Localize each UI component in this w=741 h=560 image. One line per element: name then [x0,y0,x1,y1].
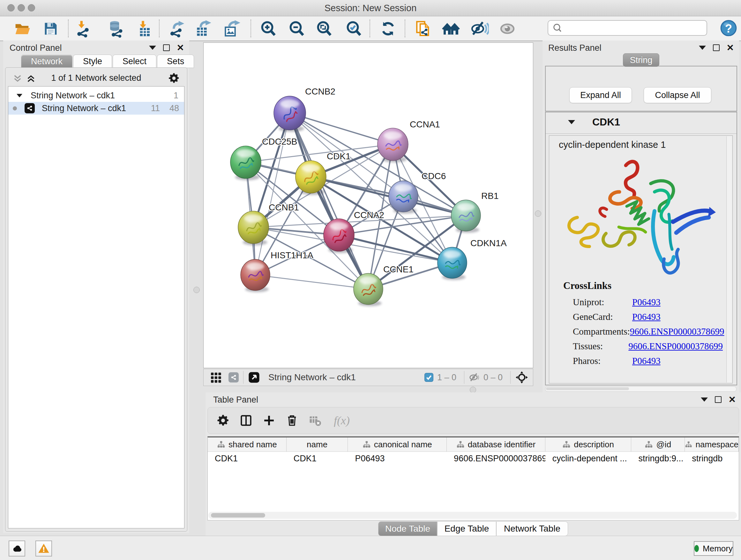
delete-table-button[interactable] [304,414,327,428]
gene-details-scrollbar[interactable] [726,136,732,382]
tab-sets[interactable]: Sets [157,55,194,68]
network-collection-row[interactable]: String Network – cdk1 1 [8,89,184,102]
graph-node-CCNE1[interactable] [354,273,383,306]
results-panel-menu-icon[interactable] [699,46,706,50]
column-header-database-identifier[interactable]: database identifier [447,437,545,451]
graph-node-CDKN1A[interactable] [437,247,467,280]
graph-node-CCNA1[interactable] [378,128,408,163]
gear-icon [216,414,230,427]
import-network-database-button[interactable] [107,19,126,39]
zoom-in-button[interactable] [259,19,278,39]
table-cell[interactable]: CDK1 [208,452,286,465]
network-canvas[interactable]: CCNB2CCNA1CDC25BCDK1CDC6RB1CCNB1CCNA2CDK… [203,43,533,368]
results-panel-close-icon[interactable]: ✕ [727,45,734,51]
tab-network-table[interactable]: Network Table [496,521,568,536]
graph-node-RB1[interactable] [451,200,481,233]
birds-eye-view-icon[interactable] [248,371,260,383]
scrollbar-thumb[interactable] [546,387,629,390]
search-field[interactable] [548,20,707,36]
create-column-button[interactable] [258,414,280,427]
grid-view-icon[interactable] [209,371,222,384]
table-row[interactable]: CDK1CDK1P064939606.ENSP00000378699cyclin… [208,452,739,465]
function-builder-button[interactable]: f(x) [327,414,357,427]
scrollbar-thumb[interactable] [211,513,265,517]
eye-button[interactable] [497,19,517,39]
right-splitter-handle[interactable] [535,210,541,217]
tab-string[interactable]: String [623,53,659,67]
table-cell[interactable]: P06493 [348,452,447,465]
selected-nodes-icon[interactable] [424,372,434,382]
import-table-button[interactable] [133,19,153,39]
table-cell[interactable]: cyclin-dependent ... [545,452,631,465]
column-header-description[interactable]: description [545,437,631,451]
table-cell[interactable]: CDK1 [286,452,348,465]
help-button[interactable]: ? [719,18,738,38]
crosslink-link[interactable]: P06493 [632,312,661,322]
left-splitter-handle[interactable] [193,287,200,293]
bottom-splitter-handle[interactable] [470,387,476,393]
open-session-button[interactable] [12,19,32,39]
column-header-shared-name[interactable]: shared name [208,437,286,451]
move-crosshair-icon[interactable] [515,371,529,384]
export-image-button[interactable] [221,19,241,39]
gear-icon[interactable] [168,72,180,84]
results-panel-float-icon[interactable] [713,44,720,51]
memory-button[interactable]: Memory [694,541,733,556]
string-home-button[interactable] [441,19,461,39]
gene-section-header[interactable]: CDK1 [546,112,737,134]
search-input[interactable] [563,23,698,33]
zoom-out-button[interactable] [287,19,307,39]
crosslink-link[interactable]: P06493 [632,297,661,307]
tab-style[interactable]: Style [73,55,112,68]
crosslink-link[interactable]: P06493 [632,356,661,366]
tab-edge-table[interactable]: Edge Table [437,521,496,536]
refresh-button[interactable] [378,19,398,39]
control-panel-float-icon[interactable] [163,44,170,51]
table-panel-close-icon[interactable]: ✕ [729,396,736,403]
table-settings-button[interactable] [212,414,234,427]
string-import-button[interactable] [413,19,433,39]
import-network-file-button[interactable] [73,19,93,39]
tab-network[interactable]: Network [21,55,72,68]
network-share-icon[interactable] [228,372,239,382]
warning-status-button[interactable] [36,541,52,557]
column-header-name[interactable]: name [286,437,348,451]
collapse-all-button[interactable]: Collapse All [644,87,711,103]
tree-expand-icon[interactable] [17,94,22,98]
edge-count: 48 [170,104,179,113]
table-cell[interactable]: stringdb:9... [631,452,685,465]
crosslink-link[interactable]: 9606.ENSP00000378699 [630,326,724,337]
graph-node-CCNB1[interactable] [238,211,269,246]
network-graph[interactable]: CCNB2CCNA1CDC25BCDK1CDC6RB1CCNB1CCNA2CDK… [204,43,533,368]
graph-node-HIST1H1A[interactable] [241,259,270,292]
hidden-items-icon[interactable] [469,372,480,383]
graph-edge-HIST1H1A-CCNE1 [255,275,368,289]
show-columns-button[interactable] [234,414,258,428]
graph-node-CDC25B[interactable] [230,146,261,180]
delete-column-button[interactable] [280,414,304,427]
cloud-status-button[interactable] [9,541,25,557]
table-cell[interactable]: stringdb [685,452,739,465]
table-panel-menu-icon[interactable] [701,397,708,401]
table-cell[interactable]: 9606.ENSP00000378699 [447,452,545,465]
control-panel-menu-icon[interactable] [149,46,156,50]
export-table-button[interactable] [193,19,213,39]
zoom-selected-button[interactable] [344,19,364,39]
gene-collapse-icon[interactable] [568,120,575,124]
control-panel-close-icon[interactable]: ✕ [177,45,184,51]
results-horizontal-scrollbar[interactable] [545,386,737,392]
table-horizontal-scrollbar[interactable] [208,512,737,519]
export-network-button[interactable] [167,19,187,39]
table-panel-float-icon[interactable] [715,396,722,403]
expand-all-button[interactable]: Expand All [569,87,632,103]
zoom-fit-button[interactable] [314,19,334,39]
column-header-canonical-name[interactable]: canonical name [348,437,447,451]
tab-node-table[interactable]: Node Table [378,521,437,536]
column-header-namespace[interactable]: namespace [685,437,739,451]
save-session-button[interactable] [41,19,61,39]
column-header--id[interactable]: @id [631,437,685,451]
tab-select[interactable]: Select [113,55,156,68]
network-row-selected[interactable]: String Network – cdk1 11 48 [8,102,184,115]
crosslink-link[interactable]: 9606.ENSP00000378699 [628,341,723,352]
hide-unhide-button[interactable] [470,19,489,39]
